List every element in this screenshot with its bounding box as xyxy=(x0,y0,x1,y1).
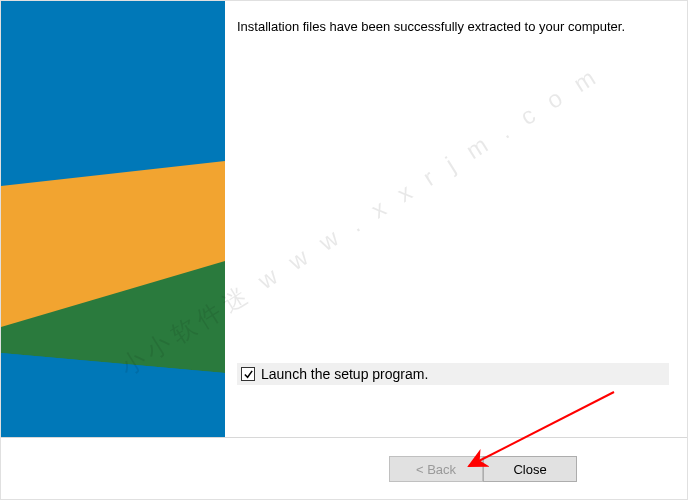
back-button: < Back xyxy=(389,456,483,482)
extraction-success-message: Installation files have been successfull… xyxy=(237,19,667,34)
close-button[interactable]: Close xyxy=(483,456,577,482)
launch-option-row: Launch the setup program. xyxy=(237,363,669,385)
button-bar: < Back Close xyxy=(1,438,687,500)
launch-checkbox-label: Launch the setup program. xyxy=(261,366,428,382)
launch-checkbox[interactable] xyxy=(241,367,255,381)
installer-sidebar-graphic xyxy=(1,1,225,437)
